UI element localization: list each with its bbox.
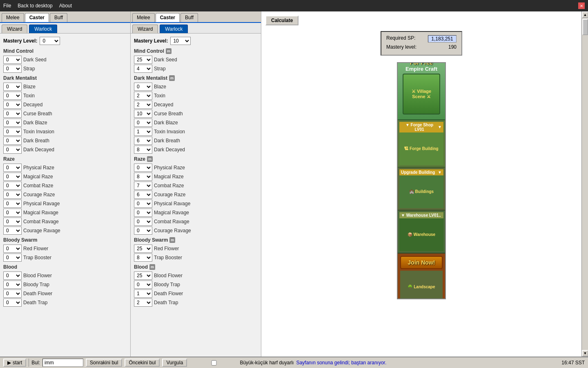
left-skills-2-skill-0-select[interactable]: 0123456789101112131415161718192021222324… <box>3 164 22 172</box>
right-skills-1-skill-3-select[interactable]: 0123456789101112131415161718192021222324… <box>134 110 152 118</box>
right-skills-3-skill-0-select[interactable]: 0123456789101112131415161718192021222324… <box>134 245 152 253</box>
left-skills-2-skill-6-select[interactable]: 0123456789101112131415161718192021222324… <box>3 218 22 226</box>
calculate-button[interactable]: Calculate <box>265 16 298 25</box>
raze-info-icon[interactable]: m <box>147 156 153 162</box>
right-skills-2-skill-3-select[interactable]: 0123456789101112131415161718192021222324… <box>134 191 152 199</box>
list-item: 0123456789101112131415161718192021222324… <box>134 209 258 217</box>
left-skill-group-blood: 0123456789101112131415161718192021222324… <box>3 272 127 307</box>
left-subtab-wizard[interactable]: Wizard <box>2 25 27 33</box>
left-skills-4-skill-3-name: Death Trap <box>23 300 47 305</box>
left-skills-3-skill-0-select[interactable]: 0123456789101112131415161718192021222324… <box>3 245 22 253</box>
prev-button[interactable]: Öncekini bul <box>125 359 160 367</box>
menu-back[interactable]: Back to desktop <box>18 3 52 9</box>
left-skills-1-skill-1-select[interactable]: 0123456789101112131415161718192021222324… <box>3 92 22 100</box>
left-sub-tab-bar: Wizard Warlock <box>0 23 130 34</box>
left-skills-1-skill-5-select[interactable]: 0123456789101112131415161718192021222324… <box>3 128 22 136</box>
right-skills-4-skill-3-select[interactable]: 0123456789101112131415161718192021222324… <box>134 298 152 307</box>
right-subtab-wizard[interactable]: Wizard <box>132 25 158 33</box>
right-skills-4-skill-1-select[interactable]: 0123456789101112131415161718192021222324… <box>134 280 152 289</box>
right-skills-2-skill-7-select[interactable]: 0123456789101112131415161718192021222324… <box>134 227 152 235</box>
scrollbar-track[interactable] <box>582 18 588 350</box>
left-skills-2-skill-5-select[interactable]: 0123456789101112131415161718192021222324… <box>3 209 22 217</box>
menu-file[interactable]: File <box>3 3 11 9</box>
scrollbar-up-button[interactable]: ▲ <box>582 11 588 18</box>
left-panel-content: Mastery Level: 012345678910 Mind Control… <box>0 34 130 311</box>
right-skills-1-skill-4-select[interactable]: 0123456789101112131415161718192021222324… <box>134 119 152 127</box>
left-skills-4-skill-2-name: Death Flower <box>23 291 52 296</box>
right-skills-1-skill-1-select[interactable]: 0123456789101112131415161718192021222324… <box>134 92 152 100</box>
left-skills-0-skill-1-select[interactable]: 0123456789101112131415161718192021222324… <box>3 65 22 73</box>
start-button[interactable]: ▶ start <box>3 359 26 367</box>
left-skills-2-skill-3-select[interactable]: 0123456789101112131415161718192021222324… <box>3 191 22 199</box>
left-tab-buff[interactable]: Buff <box>50 13 67 22</box>
case-sensitive-checkbox[interactable] <box>189 360 238 366</box>
vertical-scrollbar[interactable]: ▲ ▼ <box>581 11 588 357</box>
left-skills-2-skill-2-select[interactable]: 0123456789101112131415161718192021222324… <box>3 182 22 190</box>
right-skills-3-skill-1-select[interactable]: 0123456789101112131415161718192021222324… <box>134 254 152 262</box>
right-tab-buff[interactable]: Buff <box>180 13 198 22</box>
dark-mentalist-info-icon[interactable]: m <box>169 75 175 81</box>
left-skills-1-skill-3-select[interactable]: 0123456789101112131415161718192021222324… <box>3 110 22 118</box>
mind-control-info-icon[interactable]: m <box>166 48 172 54</box>
left-skill-group-bloody-swarm: 0123456789101112131415161718192021222324… <box>3 245 127 262</box>
list-item: 0123456789101112131415161718192021222324… <box>134 289 258 298</box>
right-skills-1-skill-6-select[interactable]: 0123456789101112131415161718192021222324… <box>134 137 152 145</box>
close-button[interactable]: ✕ <box>578 2 585 9</box>
right-skills-0-skill-0-select[interactable]: 0123456789101112131415161718192021222324… <box>134 56 152 64</box>
left-skill-group-dark-mentalist: 0123456789101112131415161718192021222324… <box>3 83 127 154</box>
left-skills-1-skill-7-select[interactable]: 0123456789101112131415161718192021222324… <box>3 146 22 154</box>
right-skills-2-skill-4-select[interactable]: 0123456789101112131415161718192021222324… <box>134 200 152 208</box>
left-skills-2-skill-4-select[interactable]: 0123456789101112131415161718192021222324… <box>3 200 22 208</box>
right-skills-1-skill-0-select[interactable]: 0123456789101112131415161718192021222324… <box>134 83 152 91</box>
left-tab-melee[interactable]: Melee <box>2 13 24 22</box>
left-skills-1-skill-2-select[interactable]: 0123456789101112131415161718192021222324… <box>3 101 22 109</box>
right-skills-0-skill-1-select[interactable]: 0123456789101112131415161718192021222324… <box>134 65 152 73</box>
next-button[interactable]: Sonrakini bul <box>86 359 122 367</box>
right-skills-1-skill-2-select[interactable]: 0123456789101112131415161718192021222324… <box>134 101 152 109</box>
right-skill-group-dark-mentalist: 0123456789101112131415161718192021222324… <box>134 83 258 154</box>
case-sensitive-label[interactable]: Büyük-küçük harf duyarlı <box>189 360 294 366</box>
left-skills-1-skill-6-select[interactable]: 0123456789101112131415161718192021222324… <box>3 137 22 145</box>
right-skills-1-skill-5-select[interactable]: 0123456789101112131415161718192021222324… <box>134 128 152 136</box>
left-tab-bar: Melee Caster Buff <box>0 11 130 23</box>
right-skills-2-skill-1-select[interactable]: 0123456789101112131415161718192021222324… <box>134 173 152 181</box>
highlight-button[interactable]: Vurgula <box>162 359 187 367</box>
right-skills-2-skill-6-select[interactable]: 0123456789101112131415161718192021222324… <box>134 218 152 226</box>
right-skills-2-skill-0-select[interactable]: 0123456789101112131415161718192021222324… <box>134 164 152 172</box>
left-skills-1-skill-4-select[interactable]: 0123456789101112131415161718192021222324… <box>3 119 22 127</box>
left-skills-4-skill-3-select[interactable]: 0123456789101112131415161718192021222324… <box>3 298 22 307</box>
left-skills-3-skill-1-select[interactable]: 0123456789101112131415161718192021222324… <box>3 254 22 262</box>
left-skills-2-skill-7-select[interactable]: 0123456789101112131415161718192021222324… <box>3 227 22 235</box>
menu-about[interactable]: About <box>59 3 72 9</box>
list-item: 0123456789101112131415161718192021222324… <box>134 164 258 172</box>
bloody-swarm-info-icon[interactable]: m <box>169 237 175 243</box>
search-input[interactable] <box>42 359 83 367</box>
scrollbar-thumb[interactable] <box>582 19 588 35</box>
left-skills-1-skill-6-name: Dark Breath <box>23 138 49 144</box>
right-skills-2-skill-4-name: Physical Ravage <box>154 201 190 206</box>
scrollbar-down-button[interactable]: ▼ <box>582 350 588 357</box>
right-skills-2-skill-5-select[interactable]: 0123456789101112131415161718192021222324… <box>134 209 152 217</box>
right-tab-melee[interactable]: Melee <box>132 13 155 22</box>
right-subtab-warlock[interactable]: Warlock <box>160 25 188 33</box>
left-skills-4-skill-2-select[interactable]: 0123456789101112131415161718192021222324… <box>3 289 22 298</box>
right-skills-1-skill-7-select[interactable]: 0123456789101112131415161718192021222324… <box>134 146 152 154</box>
left-skills-0-skill-0-select[interactable]: 0123456789101112131415161718192021222324… <box>3 56 22 64</box>
left-skills-1-skill-0-select[interactable]: 0123456789101112131415161718192021222324… <box>3 83 22 91</box>
left-skills-4-skill-1-select[interactable]: 0123456789101112131415161718192021222324… <box>3 280 22 289</box>
right-skills-2-skill-2-select[interactable]: 0123456789101112131415161718192021222324… <box>134 182 152 190</box>
right-skills-4-skill-2-select[interactable]: 0123456789101112131415161718192021222324… <box>134 289 152 298</box>
left-skills-4-skill-0-select[interactable]: 0123456789101112131415161718192021222324… <box>3 272 22 280</box>
list-item: 0123456789101112131415161718192021222324… <box>134 146 258 154</box>
left-mastery-select[interactable]: 012345678910 <box>40 37 60 45</box>
right-skills-2-skill-0-name: Physical Raze <box>154 165 185 171</box>
left-subtab-warlock[interactable]: Warlock <box>29 25 57 33</box>
left-skills-1-skill-0-name: Blaze <box>23 84 36 90</box>
right-section-raze: Raze m <box>134 156 258 162</box>
right-tab-caster[interactable]: Caster <box>156 13 180 22</box>
blood-info-icon[interactable]: m <box>149 264 155 270</box>
right-skills-4-skill-0-select[interactable]: 0123456789101112131415161718192021222324… <box>134 272 152 280</box>
left-tab-caster[interactable]: Caster <box>25 13 49 22</box>
right-mastery-select[interactable]: 100123 <box>170 37 191 45</box>
left-skills-2-skill-1-select[interactable]: 0123456789101112131415161718192021222324… <box>3 173 22 181</box>
